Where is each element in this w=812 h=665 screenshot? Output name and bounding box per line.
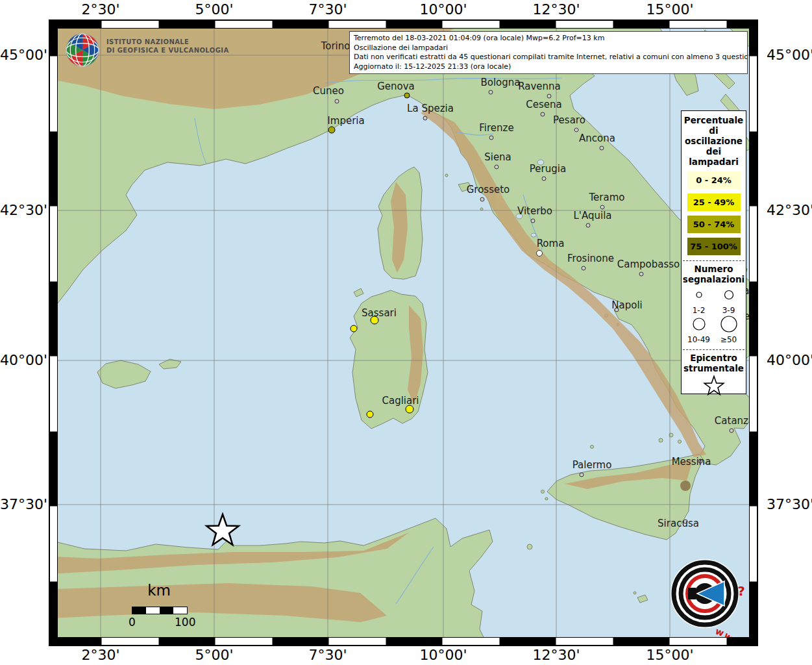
lon-label-bottom: 10°00' (404, 647, 482, 664)
lat-label-left: 40°00' (0, 352, 44, 369)
legend-title-line: lampadari (682, 157, 746, 167)
lon-label-bottom: 15°00' (631, 647, 709, 664)
ingv-globe-icon (64, 31, 101, 69)
legend-counts-title-line: segnalazioni (682, 274, 746, 284)
legend-counts-title-line: Numero (682, 264, 746, 274)
legend-count-label: 1-2 (684, 307, 714, 315)
legend-epicenter-title-line: Epicentro (682, 353, 746, 363)
ingv-line1: ISTITUTO NAZIONALE (106, 38, 229, 46)
legend-count-item: ≥50 (714, 315, 744, 344)
event-title: Terremoto del 18-03-2021 01:04:09 (ora l… (354, 34, 743, 44)
event-effect: Oscillazione dei lampadari (354, 44, 743, 53)
legend-swatch: 50 - 74% (687, 216, 741, 233)
legend-swatch: 75 - 100% (687, 238, 741, 255)
lat-label-right: 45°00' (767, 47, 812, 64)
scale-end: 100 (175, 616, 195, 629)
legend-count-item: 10-49 (684, 315, 714, 344)
ingv-line2: DI GEOFISICA E VULCANOLOGIA (106, 46, 229, 55)
scale-bar-unit: km (132, 582, 186, 599)
event-updated: Aggiornato il: 15-12-2025 21:33 (ora loc… (354, 62, 743, 72)
lon-label-top: 15°00' (631, 1, 709, 18)
lat-label-left: 42°30' (0, 202, 44, 219)
legend-epicenter-title-line: strumentale (682, 363, 746, 373)
legend-count-label: ≥50 (714, 336, 744, 344)
lon-label-bottom: 5°00' (175, 647, 253, 664)
legend-count-label: 10-49 (684, 336, 714, 344)
event-disclaimer: Dati non verificati estratti da 45 quest… (354, 53, 743, 62)
count-circle-icon (688, 315, 710, 333)
map-frame-left (49, 20, 58, 646)
legend-title-line: di (682, 125, 746, 136)
lon-label-top: 5°00' (175, 1, 253, 18)
lon-label-top: 2°30' (62, 1, 140, 18)
scale-bar: km 0 100 (132, 582, 210, 627)
scale-seg-1 (132, 607, 146, 614)
ingv-text: ISTITUTO NAZIONALE DI GEOFISICA E VULCAN… (106, 31, 229, 69)
legend-count-item: 3-9 (714, 286, 744, 315)
legend-swatches: 0 - 24%25 - 49%50 - 74%75 - 100% (682, 171, 746, 255)
legend-epicenter-title: Epicentrostrumentale (682, 353, 746, 373)
lon-label-bottom: 12°30' (517, 647, 595, 664)
lon-label-top: 7°30' (289, 1, 367, 18)
scale-start: 0 (129, 616, 136, 629)
scale-seg-2 (146, 607, 160, 614)
map-canvas: VeronaTorinoCuneoGenovaImperiaLa SpeziaB… (0, 0, 812, 665)
lat-label-left: 37°30' (0, 496, 44, 513)
legend-epicenter-star-icon (682, 375, 746, 397)
scale-bar-segments (132, 607, 188, 614)
lon-label-bottom: 7°30' (289, 647, 367, 664)
lon-label-top: 10°00' (404, 1, 482, 18)
legend-title-line: oscillazione (682, 136, 746, 146)
map-frame-top (49, 20, 757, 29)
lat-label-right: 40°00' (767, 352, 812, 369)
scale-seg-3 (160, 607, 173, 614)
legend-counts-title: Numerosegnalazioni (682, 264, 746, 284)
ingv-logo-block: ISTITUTO NAZIONALE DI GEOFISICA E VULCAN… (64, 31, 229, 69)
legend-separator (683, 260, 744, 261)
lat-label-right: 37°30' (767, 496, 812, 513)
legend-count-item: 1-2 (684, 286, 714, 315)
scale-seg-4 (173, 607, 187, 614)
scale-bar-labels: 0 100 (132, 614, 186, 627)
legend-box: Percentualedioscillazionedeilampadari 0 … (681, 110, 746, 394)
legend-separator-2 (683, 349, 744, 350)
count-circle-icon (718, 286, 740, 304)
event-info-box: Terremoto del 18-03-2021 01:04:09 (ora l… (349, 31, 748, 74)
lat-label-right: 42°30' (767, 202, 812, 219)
map-frame-bottom (49, 637, 757, 646)
legend-swatch: 0 - 24% (687, 171, 741, 189)
legend-count-circles: 1-23-910-49≥50 (684, 286, 744, 344)
lon-label-top: 12°30' (517, 1, 595, 18)
lon-label-bottom: 2°30' (62, 647, 140, 664)
legend-count-label: 3-9 (714, 307, 744, 315)
map-frame-right (749, 20, 757, 646)
lat-label-left: 45°00' (0, 47, 44, 64)
legend-title-line: dei (682, 146, 746, 157)
legend-title: Percentualedioscillazionedeilampadari (682, 115, 746, 167)
count-circle-icon (688, 286, 710, 304)
count-circle-icon (718, 315, 740, 333)
map-frame (49, 19, 758, 646)
legend-title-line: Percentuale (682, 115, 746, 125)
legend-swatch: 25 - 49% (687, 194, 741, 211)
